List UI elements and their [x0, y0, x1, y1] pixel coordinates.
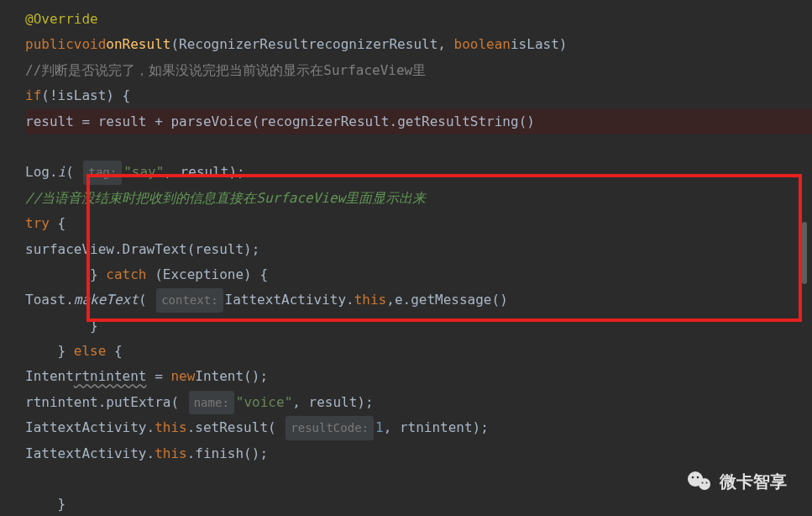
param-hint-resultcode: resultCode: — [286, 416, 374, 440]
svg-point-1 — [699, 478, 710, 490]
param-hint-tag: tag: — [83, 161, 122, 185]
comment-line: //判断是否说完了，如果没说完把当前说的显示在SurfaceView里 — [25, 58, 426, 83]
svg-point-4 — [702, 482, 704, 484]
param-hint-context: context: — [156, 288, 223, 313]
comment-line-2: //当语音没结束时把收到的信息直接在SurfaceView里面显示出来 — [25, 186, 426, 211]
keyword-if: if — [25, 83, 41, 108]
keyword-public: public — [25, 32, 74, 57]
method-onresult: onResult — [106, 32, 170, 57]
error-highlight-line: result = result + parseVoice(recognizerR… — [25, 109, 812, 134]
watermark-text: 微卡智享 — [720, 466, 787, 498]
keyword-catch: catch — [106, 262, 146, 287]
keyword-else: else — [74, 339, 107, 364]
annotation: @Override — [25, 7, 98, 32]
keyword-try: try — [25, 211, 50, 236]
vertical-scrollbar[interactable] — [802, 222, 807, 284]
svg-point-3 — [697, 477, 699, 479]
code-editor[interactable]: @Override public void onResult(Recognize… — [0, 0, 812, 516]
wechat-icon — [686, 468, 713, 495]
param-hint-name: name: — [189, 391, 234, 415]
svg-point-2 — [692, 477, 694, 479]
svg-point-5 — [706, 482, 708, 484]
watermark: 微卡智享 — [686, 466, 787, 498]
keyword-void: void — [74, 32, 107, 57]
